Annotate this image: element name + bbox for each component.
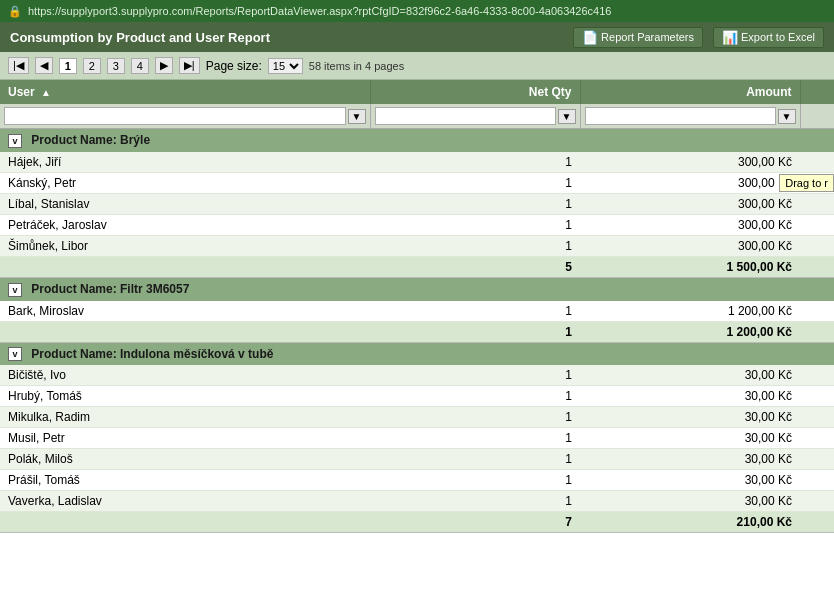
filter-row: ▼ ▼ ▼ [0, 104, 834, 129]
group-header-row: v Product Name: Filtr 3M6057 [0, 277, 834, 300]
user-cell: Šimůnek, Libor [0, 235, 370, 256]
table-row: Šimůnek, Libor 1 300,00 Kč [0, 235, 834, 256]
report-params-button[interactable]: 📄 Report Parameters [573, 27, 703, 48]
table-body: v Product Name: Brýle Hájek, Jiří 1 300,… [0, 129, 834, 533]
prev-page-button[interactable]: ◀ [35, 57, 53, 74]
page-3-button[interactable]: 3 [107, 58, 125, 74]
table-row: Hájek, Jiří 1 300,00 Kč [0, 152, 834, 173]
subtotal-amount: 210,00 Kč [580, 512, 800, 533]
user-cell: Polák, Miloš [0, 449, 370, 470]
table-row: Bark, Miroslav 1 1 200,00 Kč [0, 301, 834, 322]
netqty-cell: 1 [370, 172, 580, 193]
page-title: Consumption by Product and User Report [10, 30, 563, 45]
table-row: Líbal, Stanislav 1 300,00 Kč [0, 193, 834, 214]
amount-cell: 30,00 Kč [580, 407, 800, 428]
user-column-header[interactable]: User ▲ [0, 80, 370, 104]
user-cell: Musil, Petr [0, 428, 370, 449]
pagination-info: 58 items in 4 pages [309, 60, 404, 72]
netqty-filter-input[interactable] [375, 107, 556, 125]
drag-cell [800, 386, 834, 407]
group-header-row: v Product Name: Brýle [0, 129, 834, 152]
export-label: Export to Excel [741, 31, 815, 43]
amount-column-header[interactable]: Amount [580, 80, 800, 104]
table-row: Petráček, Jaroslav 1 300,00 Kč [0, 214, 834, 235]
page-size-select[interactable]: 15 25 50 [268, 58, 303, 74]
drag-cell [800, 365, 834, 386]
app-header: Consumption by Product and User Report 📄… [0, 22, 834, 52]
user-cell: Bark, Miroslav [0, 301, 370, 322]
group-toggle-button[interactable]: v [8, 283, 22, 297]
last-page-button[interactable]: ▶| [179, 57, 200, 74]
netqty-cell: 1 [370, 193, 580, 214]
user-cell: Mikulka, Radim [0, 407, 370, 428]
netqty-cell: 1 [370, 449, 580, 470]
product-name: Brýle [120, 133, 150, 147]
netqty-filter-button[interactable]: ▼ [558, 109, 576, 124]
user-cell: Prášil, Tomáš [0, 470, 370, 491]
subtotal-drag [800, 321, 834, 342]
user-cell: Hrubý, Tomáš [0, 386, 370, 407]
subtotal-row: 5 1 500,00 Kč [0, 256, 834, 277]
subtotal-drag [800, 512, 834, 533]
table-row: Vaverka, Ladislav 1 30,00 Kč [0, 491, 834, 512]
drag-cell [800, 301, 834, 322]
netqty-cell: 1 [370, 470, 580, 491]
product-name: Filtr 3M6057 [120, 282, 189, 296]
group-header-cell: v Product Name: Indulona měsíčková v tub… [0, 342, 834, 365]
netqty-cell: 1 [370, 491, 580, 512]
subtotal-amount: 1 500,00 Kč [580, 256, 800, 277]
table-wrapper: Drag to r User ▲ Net Qty Amount [0, 80, 834, 533]
amount-cell: 300,00 Kč [580, 172, 800, 193]
browser-url: https://supplyport3.supplypro.com/Report… [28, 5, 611, 17]
subtotal-label [0, 321, 370, 342]
drag-cell [800, 193, 834, 214]
subtotal-qty: 5 [370, 256, 580, 277]
amount-filter-button[interactable]: ▼ [778, 109, 796, 124]
amount-cell: 30,00 Kč [580, 470, 800, 491]
table-row: Mikulka, Radim 1 30,00 Kč [0, 407, 834, 428]
user-cell: Líbal, Stanislav [0, 193, 370, 214]
first-page-button[interactable]: |◀ [8, 57, 29, 74]
user-filter-input[interactable] [4, 107, 346, 125]
table-row: Prášil, Tomáš 1 30,00 Kč [0, 470, 834, 491]
page-2-button[interactable]: 2 [83, 58, 101, 74]
next-page-button[interactable]: ▶ [155, 57, 173, 74]
export-excel-button[interactable]: 📊 Export to Excel [713, 27, 824, 48]
lock-icon: 🔒 [8, 5, 22, 18]
group-toggle-button[interactable]: v [8, 134, 22, 148]
column-header-row: User ▲ Net Qty Amount [0, 80, 834, 104]
netqty-cell: 1 [370, 152, 580, 173]
page-4-button[interactable]: 4 [131, 58, 149, 74]
group-header-cell: v Product Name: Filtr 3M6057 [0, 277, 834, 300]
product-label: Product Name: [31, 133, 120, 147]
user-cell: Petráček, Jaroslav [0, 214, 370, 235]
table-row: Bičiště, Ivo 1 30,00 Kč [0, 365, 834, 386]
amount-cell: 30,00 Kč [580, 386, 800, 407]
netqty-cell: 1 [370, 301, 580, 322]
amount-cell: 300,00 Kč [580, 193, 800, 214]
amount-filter-cell: ▼ [580, 104, 800, 129]
drag-cell [800, 407, 834, 428]
drag-cell [800, 428, 834, 449]
drag-cell [800, 491, 834, 512]
user-filter-button[interactable]: ▼ [348, 109, 366, 124]
subtotal-label [0, 512, 370, 533]
page-1-button[interactable]: 1 [59, 58, 77, 74]
amount-cell: 300,00 Kč [580, 235, 800, 256]
export-icon: 📊 [722, 30, 738, 45]
drag-cell [800, 470, 834, 491]
amount-cell: 300,00 Kč [580, 214, 800, 235]
group-toggle-button[interactable]: v [8, 347, 22, 361]
data-table: User ▲ Net Qty Amount ▼ [0, 80, 834, 533]
amount-cell: 30,00 Kč [580, 491, 800, 512]
netqty-column-header[interactable]: Net Qty [370, 80, 580, 104]
subtotal-drag [800, 256, 834, 277]
table-row: Polák, Miloš 1 30,00 Kč [0, 449, 834, 470]
drag-tooltip: Drag to r [779, 174, 834, 192]
table-row: Hrubý, Tomáš 1 30,00 Kč [0, 386, 834, 407]
amount-filter-input[interactable] [585, 107, 776, 125]
group-header-row: v Product Name: Indulona měsíčková v tub… [0, 342, 834, 365]
subtotal-qty: 1 [370, 321, 580, 342]
drag-cell [800, 214, 834, 235]
pagination-bar: |◀ ◀ 1 2 3 4 ▶ ▶| Page size: 15 25 50 58… [0, 52, 834, 80]
